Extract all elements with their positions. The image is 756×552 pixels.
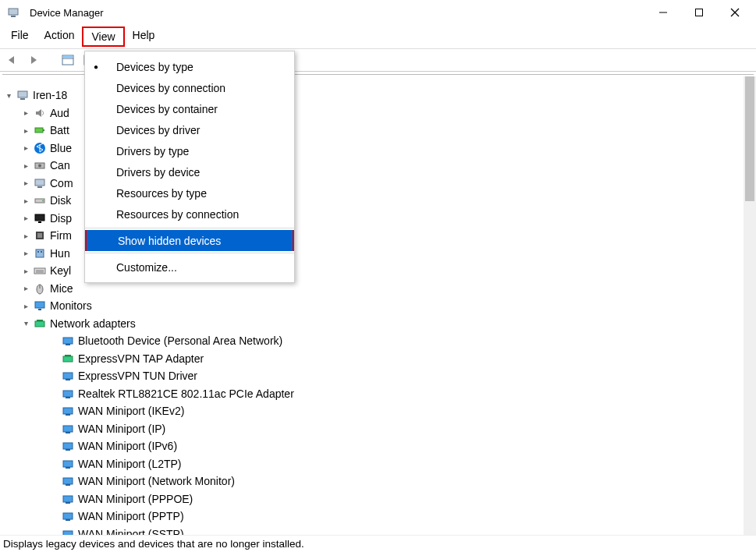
- menu-devices-by-driver[interactable]: Devices by driver: [85, 119, 294, 140]
- computer-icon: [16, 88, 30, 102]
- chevron-right-icon[interactable]: ▸: [20, 143, 31, 152]
- chevron-down-icon[interactable]: ▾: [20, 319, 31, 327]
- menu-separator: [85, 253, 294, 253]
- tree-device[interactable]: WAN Miniport (IPv6): [0, 437, 744, 455]
- svg-rect-42: [63, 356, 73, 362]
- menu-drivers-by-type[interactable]: Drivers by type: [85, 140, 294, 161]
- monitor-icon: [33, 299, 47, 313]
- svg-rect-47: [66, 397, 70, 398]
- maximize-button[interactable]: [681, 1, 717, 24]
- svg-rect-39: [37, 320, 43, 321]
- chevron-right-icon[interactable]: ▸: [20, 249, 31, 257]
- menu-resources-by-connection[interactable]: Resources by connection: [85, 203, 294, 225]
- back-button[interactable]: [5, 51, 22, 69]
- menu-action[interactable]: Action: [37, 27, 83, 47]
- chevron-right-icon[interactable]: ▸: [20, 196, 31, 205]
- computer-icon: [33, 176, 47, 190]
- svg-rect-29: [37, 251, 39, 253]
- tree-item-label: Batt: [50, 124, 69, 136]
- menu-item-label: Resources by connection: [107, 208, 239, 221]
- hid-icon: [33, 246, 47, 260]
- window-title: Device Manager: [30, 7, 104, 19]
- menu-show-hidden-devices-wrap: Show hidden devices: [85, 230, 294, 251]
- svg-rect-20: [35, 179, 44, 186]
- svg-rect-54: [63, 461, 73, 467]
- tree-device[interactable]: WAN Miniport (IKEv2): [0, 402, 744, 420]
- chevron-right-icon[interactable]: ▸: [20, 267, 31, 275]
- svg-rect-14: [20, 98, 25, 100]
- tree-item-label: Blue: [50, 142, 72, 154]
- chevron-right-icon[interactable]: ▸: [20, 179, 31, 187]
- tree-item-label: Mice: [50, 282, 73, 295]
- tree-device[interactable]: ExpressVPN TAP Adapter: [0, 350, 744, 368]
- chevron-right-icon[interactable]: ▸: [20, 284, 31, 292]
- network-adapter-icon: [61, 492, 75, 506]
- tree-category-monitors[interactable]: ▸ Monitors: [0, 297, 744, 315]
- tree-item-label: Disk: [50, 194, 71, 207]
- svg-rect-59: [66, 502, 70, 504]
- menu-devices-by-container[interactable]: Devices by container: [85, 98, 294, 119]
- menu-show-hidden-devices[interactable]: Show hidden devices: [87, 230, 293, 251]
- network-adapter-icon: [61, 527, 75, 535]
- menu-item-label: Devices by connection: [107, 82, 225, 94]
- chevron-right-icon[interactable]: ▸: [20, 108, 31, 117]
- menu-item-label: Devices by type: [107, 61, 193, 73]
- chevron-right-icon[interactable]: ▸: [20, 302, 31, 310]
- speaker-icon: [33, 106, 47, 120]
- svg-rect-51: [66, 432, 70, 433]
- tree-device[interactable]: WAN Miniport (PPTP): [0, 508, 744, 525]
- chevron-right-icon[interactable]: ▸: [20, 232, 31, 240]
- scrollbar-thumb[interactable]: [745, 76, 754, 201]
- menu-drivers-by-device[interactable]: Drivers by device: [85, 161, 294, 182]
- menu-customize[interactable]: Customize...: [85, 257, 294, 278]
- svg-rect-38: [35, 321, 44, 327]
- tree-item-label: ExpressVPN TUN Driver: [78, 370, 197, 382]
- chevron-right-icon[interactable]: ▸: [20, 126, 31, 135]
- menu-devices-by-type[interactable]: ● Devices by type: [85, 56, 294, 77]
- tree-device[interactable]: WAN Miniport (L2TP): [0, 455, 744, 473]
- network-adapter-icon: [61, 422, 75, 436]
- svg-rect-13: [18, 91, 27, 97]
- network-adapter-icon: [61, 404, 75, 418]
- menu-file[interactable]: File: [3, 27, 37, 47]
- tree-device[interactable]: Realtek RTL8821CE 802.11ac PCIe Adapter: [0, 385, 744, 403]
- svg-rect-16: [43, 129, 44, 131]
- chevron-right-icon[interactable]: ▸: [20, 214, 31, 222]
- network-adapter-icon: [61, 387, 75, 401]
- tree-item-label: Keyl: [50, 264, 71, 277]
- tree-item-label: Hun: [50, 247, 70, 260]
- tree-device[interactable]: Bluetooth Device (Personal Area Network): [0, 332, 744, 350]
- tree-root-label: Iren-18: [33, 89, 67, 101]
- tree-device[interactable]: ExpressVPN TUN Driver: [0, 367, 744, 385]
- vertical-scrollbar[interactable]: [744, 76, 756, 535]
- chevron-down-icon[interactable]: ▾: [3, 91, 14, 100]
- menu-resources-by-type[interactable]: Resources by type: [85, 182, 294, 203]
- show-hide-tree-button[interactable]: [59, 51, 76, 69]
- svg-rect-43: [65, 355, 71, 356]
- tree-device[interactable]: WAN Miniport (SSTP): [0, 525, 744, 536]
- app-icon: [6, 5, 20, 19]
- tree-item-label: WAN Miniport (IPv6): [78, 440, 177, 452]
- network-icon: [33, 317, 47, 331]
- tree-item-label: Bluetooth Device (Personal Area Network): [78, 334, 282, 347]
- chevron-right-icon[interactable]: ▸: [20, 161, 31, 170]
- forward-button[interactable]: [27, 51, 44, 69]
- tree-device[interactable]: WAN Miniport (Network Monitor): [0, 472, 744, 490]
- menu-devices-by-connection[interactable]: Devices by connection: [85, 77, 294, 98]
- menu-item-label: Show hidden devices: [108, 235, 221, 247]
- tree-item-label: WAN Miniport (Network Monitor): [78, 475, 235, 487]
- svg-point-23: [42, 200, 44, 202]
- menu-view[interactable]: View: [82, 27, 124, 47]
- tree-item-label: WAN Miniport (SSTP): [78, 528, 184, 535]
- svg-rect-45: [66, 379, 70, 380]
- tree-category-network[interactable]: ▾ Network adapters: [0, 315, 744, 333]
- menu-help[interactable]: Help: [125, 27, 163, 47]
- minimize-button[interactable]: [645, 1, 681, 24]
- tree-device[interactable]: WAN Miniport (PPPOE): [0, 490, 744, 508]
- tree-item-label: Com: [50, 177, 73, 189]
- tree-item-label: WAN Miniport (PPPOE): [78, 493, 193, 505]
- svg-rect-28: [36, 249, 44, 257]
- close-button[interactable]: [717, 1, 753, 24]
- tree-item-label: ExpressVPN TAP Adapter: [78, 352, 204, 365]
- tree-device[interactable]: WAN Miniport (IP): [0, 420, 744, 438]
